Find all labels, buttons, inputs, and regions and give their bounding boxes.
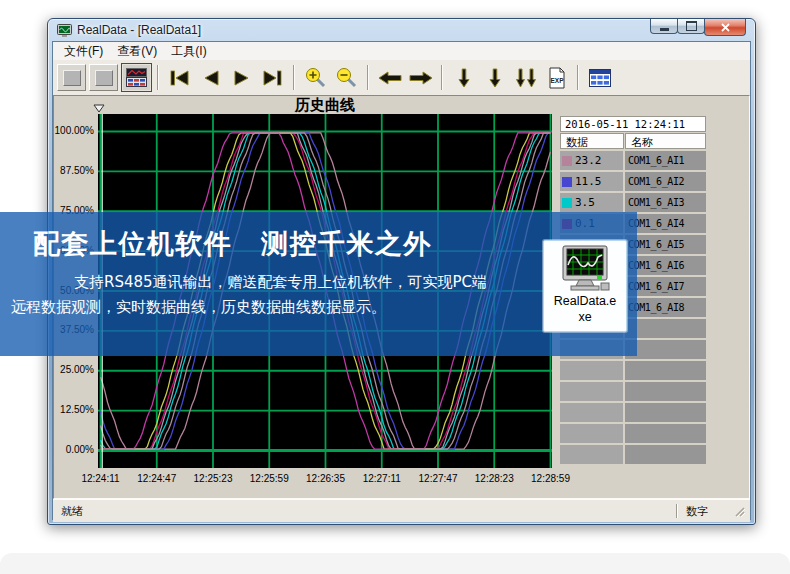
- toolbar-cursor-down-double-button[interactable]: [510, 63, 541, 92]
- x-tick-label: 12:28:59: [531, 473, 570, 484]
- x-tick-label: 12:28:23: [475, 473, 514, 484]
- y-tick-label: 12.50%: [54, 404, 94, 415]
- table-row[interactable]: 3.5COM1_6_AI3: [560, 193, 706, 212]
- table-row[interactable]: 23.2COM1_6_AI1: [560, 151, 706, 170]
- panel-header-row: 数据 名称: [560, 133, 706, 149]
- svg-text:EXP: EXP: [550, 77, 564, 84]
- toolbar-data-table-button[interactable]: [584, 63, 615, 92]
- toolbar-separator: [293, 65, 295, 90]
- table-row[interactable]: 11.5COM1_6_AI2: [560, 172, 706, 191]
- name-cell: [625, 424, 706, 443]
- table-row[interactable]: [560, 403, 706, 422]
- name-text: COM1_6_AI2: [628, 176, 684, 187]
- name-cell: COM1_6_AI4: [625, 214, 706, 233]
- name-cell: COM1_6_AI3: [625, 193, 706, 212]
- toolbar-separator: [367, 65, 369, 90]
- toolbar-realtime-view-button[interactable]: [121, 63, 152, 92]
- banner-text-line2: 远程数据观测，实时数据曲线，历史数据曲线数据显示。: [11, 298, 386, 317]
- export-icon: EXP: [548, 67, 566, 89]
- status-right-panel: 数字: [676, 504, 746, 519]
- name-cell: COM1_6_AI6: [625, 256, 706, 275]
- toolbar-blank-button-1[interactable]: [57, 64, 86, 91]
- close-button[interactable]: [704, 19, 746, 36]
- chart-title: 历史曲线: [295, 96, 355, 115]
- name-cell: [625, 403, 706, 422]
- name-cell: [625, 361, 706, 380]
- zoom-out-icon: [335, 67, 359, 89]
- realdata-exe-icon[interactable]: RealData.e xe: [543, 240, 627, 332]
- x-tick-label: 12:25:23: [194, 473, 233, 484]
- app-icon: [57, 24, 72, 37]
- minimize-button[interactable]: [650, 19, 678, 34]
- series-color-swatch: [562, 198, 572, 208]
- value-cell: [560, 445, 623, 464]
- y-tick-label: 0.00%: [54, 444, 94, 455]
- step-forward-icon: [232, 69, 252, 87]
- toolbar-zoom-in-button[interactable]: [300, 63, 331, 92]
- banner-text-line1: 支持RS485通讯输出，赠送配套专用上位机软件，可实现PC端: [74, 273, 487, 292]
- status-separator: [676, 504, 678, 518]
- window-titlebar[interactable]: RealData - [RealData1]: [48, 19, 755, 41]
- toolbar-export-button[interactable]: EXP: [541, 63, 572, 92]
- toolbar-scroll-left-button[interactable]: [374, 63, 405, 92]
- name-cell: [625, 445, 706, 464]
- arrow-down-icon: [488, 68, 502, 88]
- series-color-swatch: [562, 177, 572, 187]
- column-header-name[interactable]: 名称: [625, 133, 706, 149]
- table-row[interactable]: [560, 424, 706, 443]
- x-tick-label: 12:27:47: [419, 473, 458, 484]
- value-cell: [560, 403, 623, 422]
- maximize-icon: [686, 21, 697, 31]
- toolbar-goto-first-button[interactable]: [164, 63, 195, 92]
- data-table-icon: [589, 69, 611, 87]
- name-cell: [625, 340, 706, 359]
- icon-filename-line1: RealData.e: [554, 293, 617, 309]
- value-cell: 23.2: [560, 151, 623, 170]
- caption-buttons: [651, 19, 746, 36]
- value-cell: [560, 361, 623, 380]
- table-row[interactable]: [560, 445, 706, 464]
- cursor-marker-icon[interactable]: [93, 104, 105, 113]
- toolbar-cursor-down-2-button[interactable]: [479, 63, 510, 92]
- toolbar-separator: [441, 65, 443, 90]
- name-cell: COM1_6_AI8: [625, 298, 706, 317]
- table-row[interactable]: [560, 382, 706, 401]
- menu-item[interactable]: 文件(F): [57, 42, 110, 61]
- arrow-left-icon: [377, 70, 403, 86]
- goto-first-icon: [168, 69, 191, 87]
- x-tick-label: 12:24:11: [81, 473, 119, 484]
- realtime-chart-icon: [126, 68, 147, 87]
- toolbar-cursor-down-1-button[interactable]: [448, 63, 479, 92]
- panel-timestamp: 2016-05-11 12:24:11: [560, 116, 706, 132]
- table-row[interactable]: [560, 361, 706, 380]
- menu-item[interactable]: 工具(I): [164, 42, 213, 61]
- name-cell: [625, 382, 706, 401]
- zoom-in-icon: [304, 67, 328, 89]
- resize-grip[interactable]: [732, 504, 746, 518]
- toolbar-separator: [577, 65, 579, 90]
- arrow-down-double-icon: [515, 68, 537, 88]
- x-tick-label: 12:26:35: [306, 473, 345, 484]
- column-header-data[interactable]: 数据: [560, 133, 624, 149]
- toolbar: EXP: [53, 60, 750, 96]
- maximize-button[interactable]: [677, 19, 705, 34]
- value-cell: [560, 382, 623, 401]
- status-indicator-num: 数字: [686, 504, 726, 519]
- toolbar-goto-last-button[interactable]: [257, 63, 288, 92]
- toolbar-step-forward-button[interactable]: [226, 63, 257, 92]
- toolbar-zoom-out-button[interactable]: [331, 63, 362, 92]
- menu-item[interactable]: 查看(V): [110, 42, 164, 61]
- name-text: COM1_6_AI3: [628, 197, 684, 208]
- toolbar-step-back-button[interactable]: [195, 63, 226, 92]
- toolbar-scroll-right-button[interactable]: [405, 63, 436, 92]
- toolbar-blank-button-2[interactable]: [89, 64, 118, 91]
- value-text: 11.5: [575, 175, 602, 188]
- name-cell: COM1_6_AI1: [625, 151, 706, 170]
- icon-filename-line2: xe: [578, 309, 591, 325]
- minimize-icon: [660, 28, 669, 31]
- x-tick-label: 12:27:11: [363, 473, 401, 484]
- value-text: 3.5: [575, 196, 595, 209]
- name-cell: COM1_6_AI7: [625, 277, 706, 296]
- monitor-icon: [557, 245, 613, 293]
- blank-icon: [95, 70, 113, 86]
